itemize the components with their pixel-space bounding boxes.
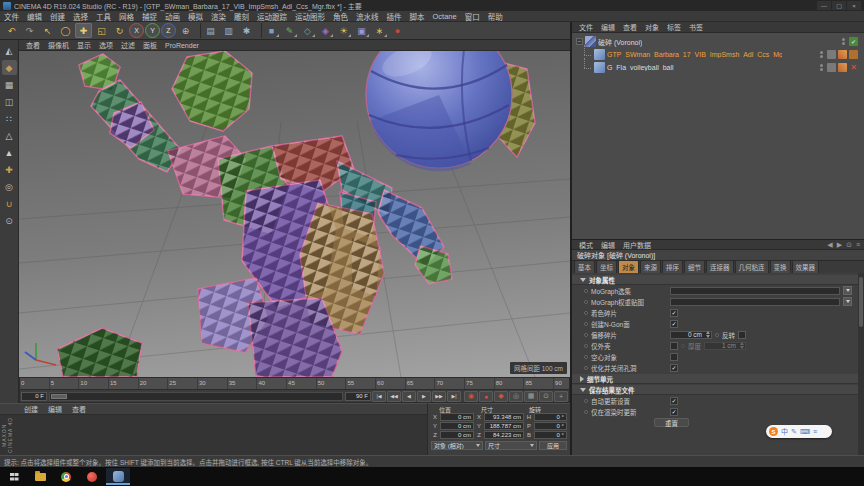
menu-item[interactable]: 文件	[0, 11, 23, 22]
viewport-menu-item[interactable]: 过滤	[118, 40, 138, 50]
attr-menu-mode[interactable]: 模式	[576, 240, 596, 250]
colorize-checkbox[interactable]: ✓	[670, 309, 678, 317]
material-menu-item[interactable]: 查看	[68, 404, 90, 414]
pos-y-field[interactable]: 0 cm	[440, 422, 474, 430]
back-icon[interactable]: ◀	[827, 241, 832, 249]
section-detail[interactable]: 细节单元	[572, 374, 864, 384]
polygons-mode-icon[interactable]: ▲	[2, 145, 17, 160]
close-button[interactable]: ×	[847, 1, 861, 10]
prev-frame-button[interactable]: ◀	[402, 391, 416, 402]
section-object-properties[interactable]: 对象属性	[572, 275, 864, 285]
menu-item[interactable]: 运动跟踪	[253, 11, 291, 22]
attribute-tab[interactable]: 来源	[640, 260, 661, 273]
object-row-volleyball[interactable]: G_Fla_volleyball_ball ✕	[572, 61, 864, 74]
size-z-field[interactable]: 84.223 cm	[484, 431, 524, 439]
pos-z-field[interactable]: 0 cm	[440, 431, 474, 439]
render-region-icon[interactable]: ▥	[220, 23, 237, 38]
keyframe-dot[interactable]	[584, 355, 588, 359]
ime-pen-icon[interactable]: ✎	[791, 428, 797, 435]
menu-item[interactable]: 插件	[383, 11, 406, 22]
camera-icon[interactable]: ▣	[353, 23, 370, 38]
ime-menu-icon[interactable]: ≡	[813, 428, 817, 435]
auto-update-checkbox[interactable]: ✓	[670, 397, 678, 405]
mograph-selection-input[interactable]	[670, 287, 840, 295]
attr-menu-userdata[interactable]: 用户数据	[620, 240, 654, 250]
solo-mode-icon[interactable]: ◎	[2, 179, 17, 194]
object-row-voronoi-fracture[interactable]: − 破碎 (Voronoi) ✓	[572, 35, 864, 48]
object-manager-menu-item[interactable]: 标签	[664, 22, 684, 32]
position-key-toggle[interactable]: ◎	[509, 391, 523, 402]
keyframe-dot[interactable]	[584, 344, 588, 348]
toolbar-icon[interactable]	[256, 23, 262, 38]
texture-mode-icon[interactable]: ▦	[2, 77, 17, 92]
ime-lang-icon[interactable]: 中	[781, 428, 788, 435]
light-icon[interactable]: ∗	[371, 23, 388, 38]
goto-end-button[interactable]: ▶|	[447, 391, 461, 402]
phong-tag-icon[interactable]	[827, 63, 836, 72]
rot-h-field[interactable]: 0 °	[534, 413, 567, 421]
autokey-button[interactable]: ●	[479, 391, 493, 402]
object-manager-menu-item[interactable]: 书签	[686, 22, 706, 32]
mograph-weightmap-input[interactable]	[670, 298, 840, 306]
apply-button[interactable]: 应用	[539, 441, 567, 450]
taskbar-explorer[interactable]	[28, 468, 52, 485]
selection-tool-icon[interactable]: ↖	[39, 23, 56, 38]
coord-mode-select[interactable]: 对象 (相对)	[431, 441, 483, 450]
visibility-dots[interactable]	[842, 38, 845, 45]
points-mode-icon[interactable]: ∷	[2, 111, 17, 126]
start-button[interactable]	[2, 468, 26, 485]
link-picker-button[interactable]	[843, 297, 852, 306]
material-menu-item[interactable]: 编辑	[44, 404, 66, 414]
rot-b-field[interactable]: 0 °	[534, 431, 567, 439]
invert-checkbox[interactable]	[738, 331, 746, 339]
keyframe-dot[interactable]	[584, 399, 588, 403]
material-menu-item[interactable]: 创建	[20, 404, 42, 414]
attribute-tab[interactable]: 变换	[770, 260, 791, 273]
maximize-button[interactable]: ▢	[832, 1, 846, 10]
menu-item[interactable]: 角色	[329, 11, 352, 22]
object-manager-menu-item[interactable]: 编辑	[598, 22, 618, 32]
menu-item[interactable]: 渲染	[207, 11, 230, 22]
keyframe-dot[interactable]	[584, 410, 588, 414]
scale-key-toggle[interactable]: ▦	[524, 391, 538, 402]
coord-size-select[interactable]: 尺寸	[485, 441, 537, 450]
section-cache[interactable]: 保存结果至文件	[572, 385, 864, 395]
frame-range-slider[interactable]	[49, 392, 343, 401]
selection-tag-icon[interactable]	[849, 50, 858, 59]
object-row-barbara-mesh[interactable]: GTP_SWman_Barbara_17_VIB_ImpSmsh_Adl_Ccs…	[572, 48, 864, 61]
reset-button[interactable]: 重置	[654, 418, 689, 427]
minimize-button[interactable]: —	[817, 1, 831, 10]
goto-start-button[interactable]: |◀	[372, 391, 386, 402]
render-view-icon[interactable]: ▤	[202, 23, 219, 38]
end-frame-field[interactable]: 90 F	[345, 392, 371, 401]
attr-menu-edit[interactable]: 编辑	[598, 240, 618, 250]
viewport-menu-item[interactable]: 面板	[140, 40, 160, 50]
parameter-key-toggle[interactable]: +	[554, 391, 568, 402]
object-manager-menu-item[interactable]: 文件	[576, 22, 596, 32]
expand-toggle[interactable]: −	[576, 38, 583, 45]
axis-mode-icon[interactable]: ✚	[2, 162, 17, 177]
environment-icon[interactable]: ☀	[335, 23, 352, 38]
menu-item[interactable]: 工具	[92, 11, 115, 22]
attribute-tab[interactable]: 细节	[684, 260, 705, 273]
material-list-area[interactable]	[0, 415, 427, 455]
viewport-menu-item[interactable]: 查看	[23, 40, 43, 50]
rotate-tool-icon[interactable]: ↻	[111, 23, 128, 38]
pos-x-field[interactable]: 0 cm	[440, 413, 474, 421]
optimize-checkbox[interactable]: ✓	[670, 364, 678, 372]
rot-p-field[interactable]: 0 °	[534, 422, 567, 430]
start-frame-field[interactable]: 0 F	[21, 392, 47, 401]
toolbar-icon[interactable]	[195, 23, 201, 38]
render-update-checkbox[interactable]: ✓	[670, 408, 678, 416]
taskbar-media-app[interactable]	[80, 468, 104, 485]
menu-item[interactable]: 创建	[46, 11, 69, 22]
rotation-key-toggle[interactable]: ⊙	[539, 391, 553, 402]
keyframe-dot[interactable]	[584, 366, 588, 370]
texture-tag-icon[interactable]	[838, 63, 847, 72]
texture-tag-icon[interactable]	[838, 50, 847, 59]
attribute-tab[interactable]: 连接器	[706, 260, 734, 273]
attribute-tab[interactable]: 排序	[662, 260, 683, 273]
attribute-tab[interactable]: 效果器	[792, 260, 820, 273]
scale-tool-icon[interactable]: ◱	[93, 23, 110, 38]
redo-icon[interactable]: ↷	[21, 23, 38, 38]
